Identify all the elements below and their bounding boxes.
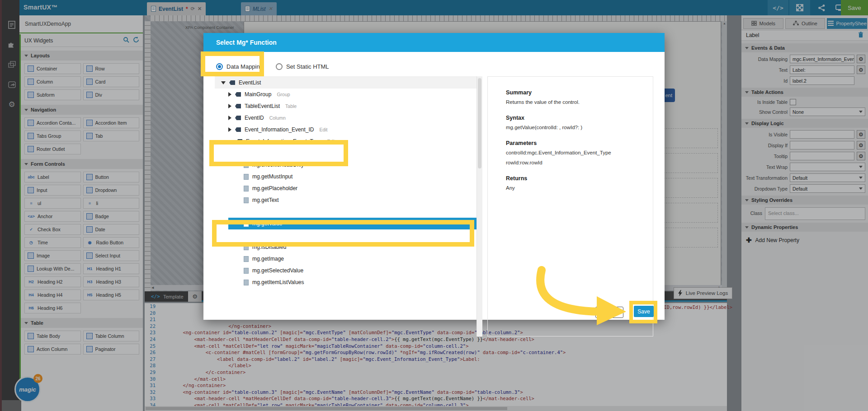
tree-node-event_information_event_id[interactable]: Event_Information_Event_IDEdit	[215, 124, 481, 135]
tree-node-maingroup[interactable]: MainGroupGroup	[215, 89, 481, 100]
chevron-collapsed-icon	[228, 92, 231, 97]
chevron-collapsed-icon	[228, 104, 231, 108]
function-doc-icon	[244, 174, 249, 180]
tag-icon	[235, 92, 241, 97]
parameter-text: controlId:mgc.Event_Information_Event_Ty…	[506, 150, 653, 155]
tag-icon	[235, 127, 241, 132]
chevron-collapsed-icon	[228, 116, 231, 120]
tree-node-label: Event_Information_Event_Type	[246, 138, 321, 145]
chevron-expanded-icon	[228, 140, 233, 143]
function-doc-icon	[244, 268, 249, 274]
tag-icon	[229, 80, 235, 85]
cancel-button[interactable]: Cancel	[595, 307, 623, 318]
tree-node-label: Event_Information_Event_ID	[245, 126, 314, 133]
syntax-text: mg.getValue(controlId: , rowId?: )	[506, 125, 653, 130]
function-item-mg-getText[interactable]: mg.getText	[215, 194, 481, 206]
tree-node-label: EventList	[239, 79, 261, 86]
summary-title: Summary	[506, 89, 653, 96]
tag-icon	[236, 139, 242, 144]
returns-title: Returns	[506, 175, 653, 182]
function-doc-icon	[244, 221, 249, 227]
tree-node-type: Edit	[319, 127, 327, 132]
tree-node-eventid[interactable]: EventIDColumn	[215, 112, 481, 124]
summary-text: Returns the value of the control.	[506, 99, 653, 105]
function-item-mg-getValue[interactable]: mg.getValue	[228, 218, 481, 229]
function-doc-icon	[244, 197, 249, 203]
chevron-expanded-icon	[221, 81, 226, 84]
smartux-designer: SmartUX™ EventList* ⟳ ✕ MList ✕ </> Save	[0, 0, 868, 411]
parameters-title: Parameters	[506, 140, 653, 146]
returns-text: Any	[506, 185, 653, 191]
tree-node-type: Edit	[327, 139, 335, 144]
tree-node-tableeventlist[interactable]: TableEventListTable	[215, 100, 481, 112]
dialog-save-button[interactable]: Save	[634, 306, 654, 317]
tree-scrollbar[interactable]	[476, 76, 482, 336]
tree-node-label: EventID	[245, 115, 264, 121]
syntax-title: Syntax	[506, 115, 653, 121]
data-mapping-radio[interactable]: Data Mapping	[216, 63, 263, 70]
function-doc-icon	[244, 244, 249, 250]
function-label: mg.getPlaceholder	[252, 185, 297, 191]
tree-node-root[interactable]: EventList	[215, 77, 481, 89]
function-item-mg-getMustInput[interactable]: mg.getMustInput	[215, 171, 481, 182]
function-item-hidden[interactable]	[215, 147, 481, 159]
function-item-mg-isDisabled[interactable]: mg.isDisabled	[215, 241, 481, 253]
function-label: mg.getValue	[252, 220, 283, 227]
tree-node-type: Group	[277, 92, 290, 97]
set-static-html-radio[interactable]: Set Static HTML	[276, 63, 329, 70]
function-label: mg.checkIsReadOnly	[252, 162, 304, 168]
tree-node-label: TableEventList	[245, 103, 280, 109]
function-item-mg-getItemListValues[interactable]: mg.getItemListValues	[215, 276, 481, 288]
function-label: mg.getText	[252, 197, 279, 203]
tree-node-type: Column	[269, 115, 286, 121]
function-label: mg.getItemListValues	[252, 279, 304, 285]
function-doc-icon	[244, 186, 249, 191]
control-function-tree: EventListMainGroupGroupTableEventListTab…	[215, 76, 481, 336]
tag-icon	[235, 116, 241, 120]
function-label: mg.getImage	[252, 256, 284, 262]
function-doc-icon	[244, 256, 249, 262]
select-mg-function-dialog: Select Mg* Function Data Mapping Set Sta…	[203, 33, 665, 320]
function-item-mg-getImage[interactable]: mg.getImage	[215, 253, 481, 265]
tag-icon	[235, 104, 241, 108]
function-label: mg.isDisabled	[252, 244, 286, 250]
tree-node-type: Table	[285, 103, 297, 109]
radio-unselected-icon	[276, 63, 283, 70]
tree-node-label: MainGroup	[245, 91, 271, 98]
function-item-mg-getSelectedValue[interactable]: mg.getSelectedValue	[215, 265, 481, 276]
parameter-text: rowId:row.rowId	[506, 160, 653, 165]
tree-node-event_information_event_type[interactable]: Event_Information_Event_TypeEdit	[215, 135, 481, 147]
function-item-mg-getPlaceholder[interactable]: mg.getPlaceholder	[215, 182, 481, 194]
function-info-panel: Summary Returns the value of the control…	[487, 76, 653, 336]
function-item-hidden[interactable]	[215, 206, 481, 218]
dialog-title: Select Mg* Function	[203, 33, 665, 52]
function-label: mg.getMustInput	[252, 173, 292, 180]
function-label: mg.getSelectedValue	[252, 267, 303, 274]
radio-selected-icon	[216, 63, 223, 70]
function-doc-icon	[244, 280, 249, 285]
function-item-hidden[interactable]	[215, 229, 481, 241]
chevron-collapsed-icon	[228, 127, 231, 132]
function-doc-icon	[244, 162, 249, 168]
function-item-mg-checkIsReadOnly[interactable]: mg.checkIsReadOnly	[215, 159, 481, 171]
